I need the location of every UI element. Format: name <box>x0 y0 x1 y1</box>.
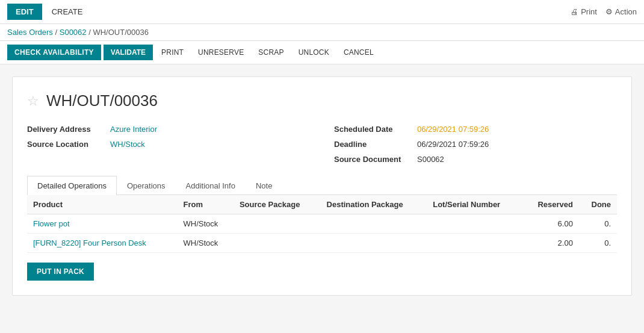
gear-icon: ⚙ <box>605 7 613 16</box>
tab-additional-info[interactable]: Additional Info <box>176 176 246 195</box>
edit-button[interactable]: EDIT <box>7 4 42 20</box>
printer-icon: 🖨 <box>571 7 578 16</box>
document-title: WH/OUT/00036 <box>46 92 158 110</box>
source-location-label: Source Location <box>27 140 105 149</box>
breadcrumb-sales-orders[interactable]: Sales Orders <box>7 28 53 37</box>
tabs-container: Detailed Operations Operations Additiona… <box>27 176 617 195</box>
cell-product[interactable]: Flower pot <box>27 214 178 234</box>
form-fields: Delivery Address Azure Interior Source L… <box>27 125 617 164</box>
col-dest-package: Destination Package <box>321 195 427 214</box>
cell-from: WH/Stock <box>178 214 234 234</box>
cell-reserved: 2.00 <box>522 234 579 253</box>
put-in-pack-button[interactable]: PUT IN PACK <box>27 263 94 281</box>
toolbar: CHECK AVAILABILITY VALIDATE PRINT UNRESE… <box>0 41 644 64</box>
tab-note[interactable]: Note <box>246 176 282 195</box>
source-location-value[interactable]: WH/Stock <box>110 140 145 149</box>
cell-source-package <box>234 234 321 253</box>
operations-table-wrapper: Product From Source Package Destination … <box>27 195 617 253</box>
main-content: ☆ WH/OUT/00036 Delivery Address Azure In… <box>0 64 644 308</box>
cell-dest-package <box>321 234 427 253</box>
action-top-button[interactable]: ⚙ Action <box>605 7 637 16</box>
print-button[interactable]: PRINT <box>155 45 190 60</box>
create-button[interactable]: CREATE <box>46 4 89 20</box>
check-availability-button[interactable]: CHECK AVAILABILITY <box>7 45 101 60</box>
tab-operations[interactable]: Operations <box>117 176 176 195</box>
table-header: Product From Source Package Destination … <box>27 195 617 214</box>
action-bar-right: 🖨 Print ⚙ Action <box>571 7 637 16</box>
cell-lot-serial <box>427 214 522 234</box>
cancel-button[interactable]: CANCEL <box>338 45 380 60</box>
scheduled-date-row: Scheduled Date 06/29/2021 07:59:26 <box>334 125 617 134</box>
source-location-row: Source Location WH/Stock <box>27 140 310 149</box>
form-right: Scheduled Date 06/29/2021 07:59:26 Deadl… <box>334 125 617 164</box>
print-top-button[interactable]: 🖨 Print <box>571 7 597 16</box>
form-left: Delivery Address Azure Interior Source L… <box>27 125 310 164</box>
cell-done: 0. <box>579 214 617 234</box>
unlock-button[interactable]: UNLOCK <box>293 45 335 60</box>
cell-from: WH/Stock <box>178 234 234 253</box>
tab-detailed-operations[interactable]: Detailed Operations <box>27 176 117 195</box>
breadcrumb: Sales Orders / S00062 / WH/OUT/00036 <box>7 28 637 37</box>
table-row: Flower pot WH/Stock 6.00 0. <box>27 214 617 234</box>
scrap-button[interactable]: SCRAP <box>252 45 289 60</box>
breadcrumb-bar: Sales Orders / S00062 / WH/OUT/00036 <box>0 24 644 41</box>
cell-product[interactable]: [FURN_8220] Four Person Desk <box>27 234 178 253</box>
delivery-address-label: Delivery Address <box>27 125 105 134</box>
title-row: ☆ WH/OUT/00036 <box>27 92 617 110</box>
col-source-package: Source Package <box>234 195 321 214</box>
col-product: Product <box>27 195 178 214</box>
cell-reserved: 6.00 <box>522 214 579 234</box>
delivery-address-row: Delivery Address Azure Interior <box>27 125 310 134</box>
deadline-label: Deadline <box>334 140 412 149</box>
deadline-row: Deadline 06/29/2021 07:59:26 <box>334 140 617 149</box>
breadcrumb-sep1: / <box>55 28 60 37</box>
cell-done: 0. <box>579 234 617 253</box>
table-row: [FURN_8220] Four Person Desk WH/Stock 2.… <box>27 234 617 253</box>
col-reserved: Reserved <box>522 195 579 214</box>
favorite-star-icon[interactable]: ☆ <box>27 93 39 109</box>
source-document-label: Source Document <box>334 155 412 164</box>
cell-source-package <box>234 214 321 234</box>
breadcrumb-current: WH/OUT/00036 <box>93 28 148 37</box>
col-from: From <box>178 195 234 214</box>
action-bar: EDIT CREATE 🖨 Print ⚙ Action <box>0 0 644 24</box>
operations-table: Product From Source Package Destination … <box>27 195 617 253</box>
cell-lot-serial <box>427 234 522 253</box>
cell-dest-package <box>321 214 427 234</box>
document-card: ☆ WH/OUT/00036 Delivery Address Azure In… <box>12 76 632 296</box>
deadline-value: 06/29/2021 07:59:26 <box>417 140 489 149</box>
delivery-address-value[interactable]: Azure Interior <box>110 125 157 134</box>
source-document-row: Source Document S00062 <box>334 155 617 164</box>
breadcrumb-s00062[interactable]: S00062 <box>60 28 87 37</box>
scheduled-date-label: Scheduled Date <box>334 125 412 134</box>
col-done: Done <box>579 195 617 214</box>
validate-button[interactable]: VALIDATE <box>104 45 153 60</box>
unreserve-button[interactable]: UNRESERVE <box>192 45 250 60</box>
source-document-value: S00062 <box>417 155 444 164</box>
col-lot-serial: Lot/Serial Number <box>427 195 522 214</box>
table-body: Flower pot WH/Stock 6.00 0. [FURN_8220] … <box>27 214 617 253</box>
scheduled-date-value[interactable]: 06/29/2021 07:59:26 <box>417 125 489 134</box>
